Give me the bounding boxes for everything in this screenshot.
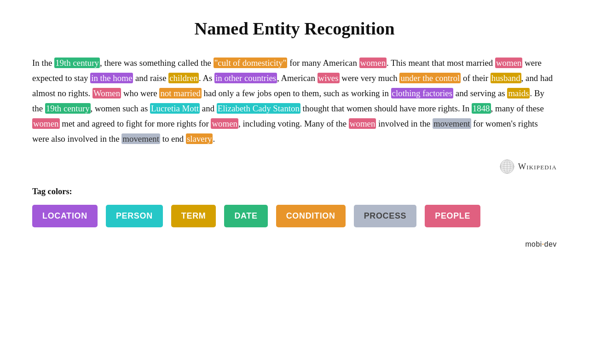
page-title: Named Entity Recognition <box>32 18 557 39</box>
tag-location: LOCATION <box>32 205 98 227</box>
entity-women-2: women <box>495 58 523 68</box>
entity-maids: maids <box>507 88 530 98</box>
entity-women-5: women <box>211 118 238 129</box>
entity-women-3: Women <box>92 88 121 98</box>
tag-process: PROCESS <box>354 205 417 227</box>
entity-husband: husband <box>491 73 521 83</box>
entity-women-6: women <box>349 118 376 129</box>
entity-wives: wives <box>318 73 340 83</box>
wikipedia-globe-icon <box>500 159 514 174</box>
entity-not-married: not married <box>159 88 201 98</box>
tag-date: DATE <box>224 205 267 227</box>
entity-cult-of-domesticity: "cult of domesticity" <box>214 58 288 68</box>
entity-movement-2: movement <box>121 133 160 144</box>
entity-women-4: women <box>32 118 60 129</box>
footer-dev: dev <box>544 240 557 248</box>
footer: mobi·dev <box>32 240 557 248</box>
footer-mobi: mobi <box>525 240 542 248</box>
entity-19th-century-1: 19th century <box>54 58 100 68</box>
entity-movement-1: movement <box>433 118 471 129</box>
tag-colors-row: LOCATION PERSON TERM DATE CONDITION PROC… <box>32 205 557 227</box>
entity-children: children <box>168 73 199 83</box>
tag-colors-label: Tag colors: <box>32 187 557 196</box>
entity-elizabeth-cady-stanton: Elizabeth Cady Stanton <box>217 103 300 114</box>
entity-under-the-control: under the control <box>399 73 461 83</box>
wikipedia-attribution: Wikipedia <box>32 159 557 174</box>
entity-slavery: slavery <box>186 133 213 144</box>
tag-person: PERSON <box>106 205 163 227</box>
ner-text: In the 19th century, there was something… <box>32 55 557 146</box>
entity-in-the-home: in the home <box>90 73 133 83</box>
tag-term: TERM <box>171 205 216 227</box>
tag-condition: CONDITION <box>276 205 346 227</box>
tag-section: Tag colors: LOCATION PERSON TERM DATE CO… <box>32 187 557 227</box>
entity-women-1: women <box>359 58 387 68</box>
entity-19th-century-2: 19th century <box>45 103 91 114</box>
entity-1848: 1848 <box>472 103 491 114</box>
entity-lucretia-mott: Lucretia Mott <box>150 103 200 114</box>
wikipedia-label: Wikipedia <box>518 162 557 172</box>
tag-people: PEOPLE <box>425 205 480 227</box>
entity-in-other-countries: in other countries <box>214 73 277 83</box>
entity-clothing-factories: clothing factories <box>391 88 453 98</box>
